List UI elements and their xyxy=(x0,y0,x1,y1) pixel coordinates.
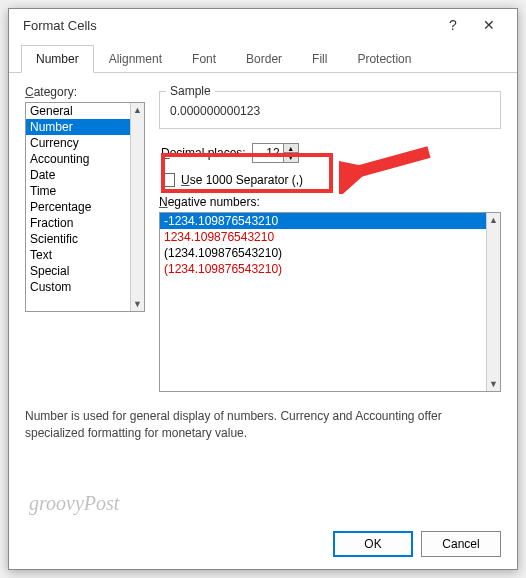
sample-value: 0.000000000123 xyxy=(168,98,492,118)
category-item[interactable]: Currency xyxy=(26,135,130,151)
category-label: Category: xyxy=(25,85,145,99)
tab-font[interactable]: Font xyxy=(177,45,231,72)
scroll-up-icon[interactable]: ▲ xyxy=(487,213,500,227)
decimal-places-label: Decimal places: xyxy=(161,146,246,160)
scroll-up-icon[interactable]: ▲ xyxy=(131,103,144,117)
scrollbar[interactable]: ▲ ▼ xyxy=(486,213,500,391)
help-icon[interactable]: ? xyxy=(437,17,469,33)
watermark: groovyPost xyxy=(29,492,119,515)
category-item[interactable]: Text xyxy=(26,247,130,263)
tab-number[interactable]: Number xyxy=(21,45,94,73)
decimal-places-input[interactable] xyxy=(252,143,284,163)
category-listbox[interactable]: GeneralNumberCurrencyAccountingDateTimeP… xyxy=(25,102,145,312)
format-cells-dialog: Format Cells ? ✕ Number Alignment Font B… xyxy=(8,8,518,570)
scrollbar[interactable]: ▲ ▼ xyxy=(130,103,144,311)
category-item[interactable]: Fraction xyxy=(26,215,130,231)
scroll-down-icon[interactable]: ▼ xyxy=(131,297,144,311)
tab-fill[interactable]: Fill xyxy=(297,45,342,72)
decimal-places-spinner[interactable]: ▲ ▼ xyxy=(252,143,299,163)
category-item[interactable]: Scientific xyxy=(26,231,130,247)
negative-number-item[interactable]: -1234.109876543210 xyxy=(160,213,486,229)
tab-alignment[interactable]: Alignment xyxy=(94,45,177,72)
close-icon[interactable]: ✕ xyxy=(469,17,509,33)
scroll-down-icon[interactable]: ▼ xyxy=(487,377,500,391)
category-item[interactable]: Number xyxy=(26,119,130,135)
titlebar: Format Cells ? ✕ xyxy=(9,9,517,41)
tab-strip: Number Alignment Font Border Fill Protec… xyxy=(9,45,517,73)
category-item[interactable]: Percentage xyxy=(26,199,130,215)
negative-number-item[interactable]: (1234.109876543210) xyxy=(160,261,486,277)
negative-numbers-listbox[interactable]: -1234.1098765432101234.109876543210(1234… xyxy=(159,212,501,392)
category-item[interactable]: Accounting xyxy=(26,151,130,167)
category-item[interactable]: Special xyxy=(26,263,130,279)
sample-label: Sample xyxy=(166,84,215,98)
sample-group: Sample 0.000000000123 xyxy=(159,91,501,129)
negative-number-item[interactable]: (1234.109876543210) xyxy=(160,245,486,261)
negative-number-item[interactable]: 1234.109876543210 xyxy=(160,229,486,245)
use-1000-separator-label: Use 1000 Separator (,) xyxy=(181,173,303,187)
ok-button[interactable]: OK xyxy=(333,531,413,557)
tab-border[interactable]: Border xyxy=(231,45,297,72)
spinner-down-icon[interactable]: ▼ xyxy=(284,153,298,162)
category-item[interactable]: General xyxy=(26,103,130,119)
tab-protection[interactable]: Protection xyxy=(342,45,426,72)
dialog-title: Format Cells xyxy=(17,18,437,33)
category-item[interactable]: Date xyxy=(26,167,130,183)
category-item[interactable]: Custom xyxy=(26,279,130,295)
category-item[interactable]: Time xyxy=(26,183,130,199)
spinner-up-icon[interactable]: ▲ xyxy=(284,144,298,153)
description-text: Number is used for general display of nu… xyxy=(9,400,517,450)
negative-numbers-label: Negative numbers: xyxy=(159,195,501,209)
cancel-button[interactable]: Cancel xyxy=(421,531,501,557)
use-1000-separator-checkbox[interactable] xyxy=(161,173,175,187)
